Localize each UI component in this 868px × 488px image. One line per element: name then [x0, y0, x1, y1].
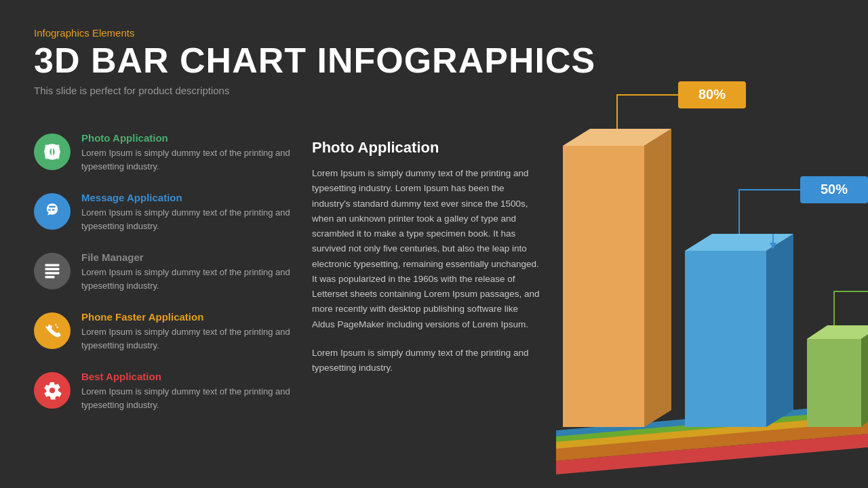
bar3-side — [861, 325, 868, 427]
bar3-front — [807, 339, 861, 427]
photo-body: Lorem Ipsum is simply dummy text of the … — [81, 146, 292, 173]
phone-icon — [43, 321, 62, 340]
middle-content: Photo Application Lorem Ipsum is simply … — [312, 139, 542, 389]
subtitle: Infographics Elements — [34, 27, 595, 39]
header: Infographics Elements 3D BAR CHART INFOG… — [34, 27, 595, 96]
photo-item-text: Photo Application Lorem Ipsum is simply … — [81, 132, 292, 173]
photo-icon-circle — [34, 134, 71, 170]
label-line-20 — [834, 291, 868, 325]
bar2-side — [766, 234, 793, 427]
message-item-text: Message Application Lorem Ipsum is simpl… — [81, 192, 292, 232]
phone-title: Phone Faster Application — [81, 311, 292, 323]
main-title: 3D BAR CHART INFOGRAPHICS — [34, 43, 595, 78]
best-title: Best Application — [81, 371, 292, 382]
file-body: Lorem Ipsum is simply dummy text of the … — [81, 266, 292, 292]
left-list: Photo Application Lorem Ipsum is simply … — [34, 132, 292, 430]
best-body: Lorem Ipsum is simply dummy text of the … — [81, 385, 292, 411]
middle-body1: Lorem Ipsum is simply dummy text of the … — [312, 166, 542, 332]
list-item: File Manager Lorem Ipsum is simply dummy… — [34, 251, 292, 292]
message-title: Message Application — [81, 192, 292, 203]
label-text-80: 80% — [698, 87, 726, 102]
photo-icon — [43, 142, 62, 161]
phone-item-text: Phone Faster Application Lorem Ipsum is … — [81, 311, 292, 352]
list-item: Phone Faster Application Lorem Ipsum is … — [34, 311, 292, 352]
bar1-side — [644, 129, 671, 427]
photo-title: Photo Application — [81, 132, 292, 144]
bar3-top — [807, 325, 868, 339]
gear-icon — [43, 381, 62, 400]
svg-rect-7 — [45, 276, 55, 279]
list-item: Message Application Lorem Ipsum is simpl… — [34, 192, 292, 232]
message-icon-circle — [34, 193, 71, 230]
phone-icon-circle — [34, 312, 71, 349]
middle-body2: Lorem Ipsum is simply dummy text of the … — [312, 346, 542, 376]
header-description: This slide is perfect for product descri… — [34, 85, 595, 96]
file-icon-circle — [34, 253, 71, 289]
file-item-text: File Manager Lorem Ipsum is simply dummy… — [81, 251, 292, 292]
svg-rect-4 — [45, 264, 60, 267]
message-body: Lorem Ipsum is simply dummy text of the … — [81, 206, 292, 232]
bar2-front — [685, 251, 766, 427]
label-line-80 — [617, 95, 678, 129]
file-title: File Manager — [81, 251, 292, 263]
bar1-front — [563, 146, 644, 427]
slide: Infographics Elements 3D BAR CHART INFOG… — [0, 0, 868, 488]
best-icon-circle — [34, 372, 71, 409]
middle-title: Photo Application — [312, 139, 542, 157]
svg-rect-0 — [45, 145, 51, 150]
svg-rect-5 — [45, 268, 60, 270]
label-text-50: 50% — [821, 182, 848, 197]
label-line-50 — [739, 190, 800, 234]
svg-rect-2 — [45, 153, 51, 159]
list-item: Best Application Lorem Ipsum is simply d… — [34, 371, 292, 411]
bar-chart: 80% 50% 20% — [515, 41, 868, 488]
svg-rect-3 — [54, 153, 59, 159]
phone-body: Lorem Ipsum is simply dummy text of the … — [81, 325, 292, 352]
svg-rect-6 — [45, 272, 60, 274]
message-icon — [43, 202, 62, 221]
best-item-text: Best Application Lorem Ipsum is simply d… — [81, 371, 292, 411]
svg-rect-1 — [54, 145, 59, 150]
list-item: Photo Application Lorem Ipsum is simply … — [34, 132, 292, 173]
file-icon — [43, 262, 62, 281]
